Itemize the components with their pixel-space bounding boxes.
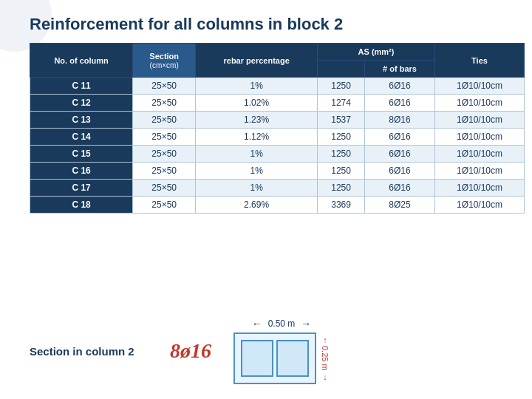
rebar-cell: 1% bbox=[196, 180, 318, 197]
as-cell: 1250 bbox=[318, 180, 365, 197]
ties-cell: 1Ø10/10cm bbox=[434, 112, 524, 129]
section-cell: 25×50 bbox=[133, 146, 196, 163]
column-id-cell: C 16 bbox=[30, 163, 133, 180]
ties-cell: 1Ø10/10cm bbox=[434, 180, 524, 197]
as-cell: 1537 bbox=[318, 112, 365, 129]
bars-cell: 6Ø16 bbox=[365, 180, 435, 197]
column-cross-section bbox=[233, 332, 316, 384]
up-arrow-icon: ↑ bbox=[323, 335, 327, 344]
table-row: C 16 25×50 1% 1250 6Ø16 1Ø10/10cm bbox=[30, 163, 525, 180]
column-id-cell: C 18 bbox=[30, 197, 133, 214]
as-header: AS (mm²) bbox=[318, 44, 435, 61]
section-cell: 25×50 bbox=[133, 78, 196, 95]
table-header-row: No. of column Section(cm×cm) rebar perce… bbox=[30, 44, 525, 61]
reinforcement-table: No. of column Section(cm×cm) rebar perce… bbox=[30, 43, 525, 214]
ties-cell: 1Ø10/10cm bbox=[434, 163, 524, 180]
page-title: Reinforcement for all columns in block 2 bbox=[30, 15, 525, 34]
rebar-cell: 1.12% bbox=[196, 129, 318, 146]
as-cell: 1250 bbox=[318, 129, 365, 146]
column-id-cell: C 13 bbox=[30, 112, 133, 129]
rebar-cell: 1.23% bbox=[196, 112, 318, 129]
ties-cell: 1Ø10/10cm bbox=[434, 197, 524, 214]
section-cell: 25×50 bbox=[133, 95, 196, 112]
rebar-cell: 1% bbox=[196, 78, 318, 95]
bars-cell: 6Ø16 bbox=[365, 146, 435, 163]
bars-cell: 6Ø16 bbox=[365, 129, 435, 146]
table-row: C 18 25×50 2.69% 3369 8Ø25 1Ø10/10cm bbox=[30, 197, 525, 214]
vertical-dimension: ↑ 0.25 m ↓ bbox=[321, 335, 330, 381]
section-cell: 25×50 bbox=[133, 163, 196, 180]
rebar-size-label: 8ø16 bbox=[170, 339, 211, 363]
section-cell: 25×50 bbox=[133, 180, 196, 197]
rebar-pct-header: rebar percentage bbox=[196, 44, 318, 78]
bars-cell: 6Ø16 bbox=[365, 163, 435, 180]
bars-cell: 6Ø16 bbox=[365, 78, 435, 95]
ties-cell: 1Ø10/10cm bbox=[434, 95, 524, 112]
column-id-cell: C 11 bbox=[30, 78, 133, 95]
diagram-row: ↑ 0.25 m ↓ bbox=[233, 332, 330, 384]
rebar-cell: 1% bbox=[196, 163, 318, 180]
column-diagram-container: ← 0.50 m → ↑ 0.25 m ↓ bbox=[233, 318, 330, 384]
ties-cell: 1Ø10/10cm bbox=[434, 129, 524, 146]
bottom-section: Section in column 2 8ø16 ← 0.50 m → ↑ 0.… bbox=[30, 318, 525, 384]
rebar-cell: 1% bbox=[196, 146, 318, 163]
ties-cell: 1Ø10/10cm bbox=[434, 146, 524, 163]
table-row: C 13 25×50 1.23% 1537 8Ø16 1Ø10/10cm bbox=[30, 112, 525, 129]
as-cell: 1250 bbox=[318, 146, 365, 163]
section-header: Section(cm×cm) bbox=[133, 44, 196, 78]
main-content: Reinforcement for all columns in block 2… bbox=[30, 7, 525, 214]
col-no-header: No. of column bbox=[30, 44, 133, 78]
table-row: C 17 25×50 1% 1250 6Ø16 1Ø10/10cm bbox=[30, 180, 525, 197]
as-cell: 1250 bbox=[318, 78, 365, 95]
section-cell: 25×50 bbox=[133, 129, 196, 146]
table-wrapper: No. of column Section(cm×cm) rebar perce… bbox=[30, 43, 525, 214]
section-cell: 25×50 bbox=[133, 197, 196, 214]
right-arrow-icon: → bbox=[301, 318, 311, 330]
column-id-cell: C 14 bbox=[30, 129, 133, 146]
bars-cell: 6Ø16 bbox=[365, 95, 435, 112]
table-row: C 12 25×50 1.02% 1274 6Ø16 1Ø10/10cm bbox=[30, 95, 525, 112]
rebar-cell: 2.69% bbox=[196, 197, 318, 214]
ties-cell: 1Ø10/10cm bbox=[434, 78, 524, 95]
section-cell: 25×50 bbox=[133, 112, 196, 129]
rebar-cell: 1.02% bbox=[196, 95, 318, 112]
column-cell-1 bbox=[241, 340, 273, 377]
as-cell: 3369 bbox=[318, 197, 365, 214]
column-cell-2 bbox=[276, 340, 309, 377]
bars-cell: 8Ø16 bbox=[365, 112, 435, 129]
horizontal-dimension: ← 0.50 m → bbox=[252, 318, 312, 330]
as-cell: 1250 bbox=[318, 163, 365, 180]
as-value-header bbox=[318, 61, 365, 78]
bars-cell: 8Ø25 bbox=[365, 197, 435, 214]
table-body: C 11 25×50 1% 1250 6Ø16 1Ø10/10cm C 12 2… bbox=[30, 78, 525, 214]
table-row: C 15 25×50 1% 1250 6Ø16 1Ø10/10cm bbox=[30, 146, 525, 163]
table-row: C 11 25×50 1% 1250 6Ø16 1Ø10/10cm bbox=[30, 78, 525, 95]
vertical-dim-value: 0.25 m bbox=[321, 346, 330, 371]
column-id-cell: C 17 bbox=[30, 180, 133, 197]
horizontal-dim-value: 0.50 m bbox=[268, 318, 296, 329]
column-id-cell: C 15 bbox=[30, 146, 133, 163]
down-arrow-icon: ↓ bbox=[323, 372, 327, 381]
section-in-column-label: Section in column 2 bbox=[30, 345, 148, 358]
left-arrow-icon: ← bbox=[252, 318, 262, 330]
column-id-cell: C 12 bbox=[30, 95, 133, 112]
ties-header: Ties bbox=[434, 44, 524, 78]
table-row: C 14 25×50 1.12% 1250 6Ø16 1Ø10/10cm bbox=[30, 129, 525, 146]
bars-count-header: # of bars bbox=[365, 61, 435, 78]
as-cell: 1274 bbox=[318, 95, 365, 112]
